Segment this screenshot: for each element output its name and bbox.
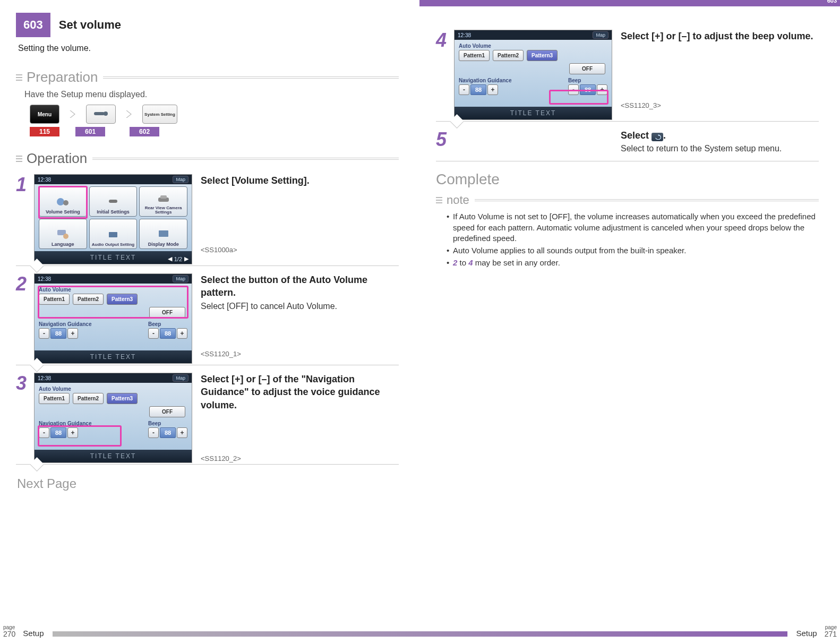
pattern2-button: Pattern2: [73, 393, 104, 404]
minus-button: -: [568, 84, 579, 95]
page-number-right: page 271: [821, 625, 840, 638]
preparation-icons: Menu System Setting: [30, 105, 399, 124]
beep-stepper: - 88 +: [568, 84, 607, 95]
note-item: 2 to 4 may be set in any order.: [447, 258, 819, 268]
note-item: Auto Volume applies to all sounds output…: [447, 245, 819, 256]
step-3: 3 12:38Map Auto Volume Pattern1 Pattern2…: [16, 373, 399, 465]
section-title: Set volume: [50, 13, 130, 37]
off-button: OFF: [569, 63, 605, 74]
speaker-gear-icon: [55, 195, 70, 208]
preparation-text: Have the Setup menu displayed.: [24, 90, 399, 99]
grid-audio-output: Audio Output Setting: [89, 219, 138, 249]
pattern1-button: Pattern1: [459, 50, 490, 61]
triangle-right-icon: ▶: [184, 255, 188, 262]
settings-tool-icon: [86, 105, 116, 124]
step-subtext: Select [OFF] to cancel Auto Volume.: [201, 302, 399, 311]
section-intro: Setting the volume.: [18, 44, 399, 53]
heading-bars-icon: [16, 156, 22, 162]
section-number-badge: 603: [16, 13, 50, 37]
step-headline: Select [+] or [–] to adjust the beep vol…: [621, 30, 819, 42]
preparation-heading: Preparation: [16, 69, 399, 85]
screenshot-code: <SS1120_1>: [201, 350, 241, 358]
next-page-label: Next Page: [17, 476, 399, 491]
nav-guidance-stepper: - 88 +: [459, 84, 511, 95]
beep-stepper: - 88 +: [148, 328, 187, 339]
note-list: If Auto Volume is not set to [OFF], the …: [447, 211, 819, 268]
screen-icon: [106, 229, 121, 242]
plus-button: +: [597, 84, 607, 95]
map-button: Map: [173, 374, 188, 382]
step-headline: Select [+] or [–] of the "Navigation Gui…: [201, 373, 399, 411]
map-button: Map: [173, 275, 188, 282]
svg-rect-0: [94, 112, 105, 115]
minus-button: -: [39, 328, 49, 339]
pattern2-button: Pattern2: [493, 50, 524, 61]
operation-heading: Operation: [16, 150, 399, 167]
heading-bars-icon: [436, 197, 442, 203]
plus-button: +: [177, 328, 187, 339]
reference-tag-601[interactable]: 601: [75, 127, 105, 136]
minus-button: -: [459, 84, 469, 95]
chevron-right-icon: [123, 108, 135, 120]
screenshot-step-2: 12:38Map Auto Volume Pattern1 Pattern2 P…: [34, 273, 192, 364]
step-number: 5: [436, 129, 454, 153]
step-headline: Select the button of the Auto Volume pat…: [201, 273, 399, 299]
beep-stepper: - 88 +: [148, 427, 187, 438]
car-icon: [156, 192, 171, 205]
wrench-icon: [106, 195, 121, 208]
heading-bars-icon: [16, 74, 22, 81]
step-headline: Select [Volume Setting].: [201, 174, 399, 187]
triangle-left-icon: ◀: [168, 255, 172, 262]
svg-rect-10: [159, 230, 168, 237]
note-heading: note: [436, 193, 819, 207]
svg-point-3: [63, 200, 68, 205]
svg-point-1: [104, 112, 108, 116]
off-button: OFF: [149, 307, 185, 318]
system-setting-icon: System Setting: [142, 105, 177, 124]
off-button: OFF: [149, 406, 185, 417]
nav-guidance-stepper: - 88 +: [39, 328, 91, 339]
svg-point-2: [57, 198, 64, 205]
pattern3-button: Pattern3: [527, 50, 558, 61]
grid-rear-view: Rear View Camera Settings: [139, 186, 187, 217]
grid-initial-settings: Initial Settings: [89, 186, 138, 217]
reference-tag-602[interactable]: 602: [130, 127, 159, 136]
complete-label: Complete: [436, 171, 819, 188]
reference-tag-115[interactable]: 115: [30, 127, 59, 136]
page-footer: page 270 Setup Setup page 271: [0, 625, 840, 638]
minus-button: -: [39, 427, 49, 438]
screenshot-step-3: 12:38Map Auto Volume Pattern1 Pattern2 P…: [34, 373, 192, 463]
menu-button-icon: Menu: [30, 105, 59, 124]
screenshot-code: <SS1120_2>: [201, 455, 241, 462]
pattern2-button: Pattern2: [73, 294, 104, 305]
minus-button: -: [148, 427, 159, 438]
grid-display-mode: Display Mode: [139, 219, 187, 249]
footer-section-right: Setup: [792, 629, 821, 638]
step-4: 4 12:38Map Auto Volume Pattern1 Pattern2…: [436, 30, 819, 122]
screenshot-step-4: 12:38Map Auto Volume Pattern1 Pattern2 P…: [454, 30, 612, 120]
display-icon: [156, 228, 171, 241]
minus-button: -: [148, 328, 159, 339]
step-number: 4: [436, 30, 454, 120]
speech-icon: [55, 228, 70, 241]
top-purple-bar: 603: [419, 0, 840, 6]
grid-volume-setting: Volume Setting: [39, 186, 87, 217]
plus-button: +: [487, 84, 498, 95]
footer-gradient-bar: [53, 631, 788, 637]
chevron-right-icon: [67, 108, 79, 120]
pattern1-button: Pattern1: [39, 294, 70, 305]
step-headline: Select .: [621, 129, 819, 142]
step-subtext: Select to return to the System setup men…: [621, 144, 819, 153]
page-number-left: page 270: [0, 625, 19, 638]
section-header: 603 Set volume: [16, 13, 399, 37]
plus-button: +: [177, 427, 187, 438]
screenshot-code: <SS1000a>: [201, 246, 237, 254]
footer-section-left: Setup: [19, 629, 48, 638]
svg-point-8: [63, 234, 68, 239]
plus-button: +: [67, 427, 78, 438]
step-number: 3: [16, 373, 34, 463]
step-number: 2: [16, 273, 34, 364]
preparation-reference-tags: 115 601 602: [30, 127, 399, 136]
top-bar-section-number: 603: [827, 0, 837, 4]
step-number: 1: [16, 174, 34, 264]
